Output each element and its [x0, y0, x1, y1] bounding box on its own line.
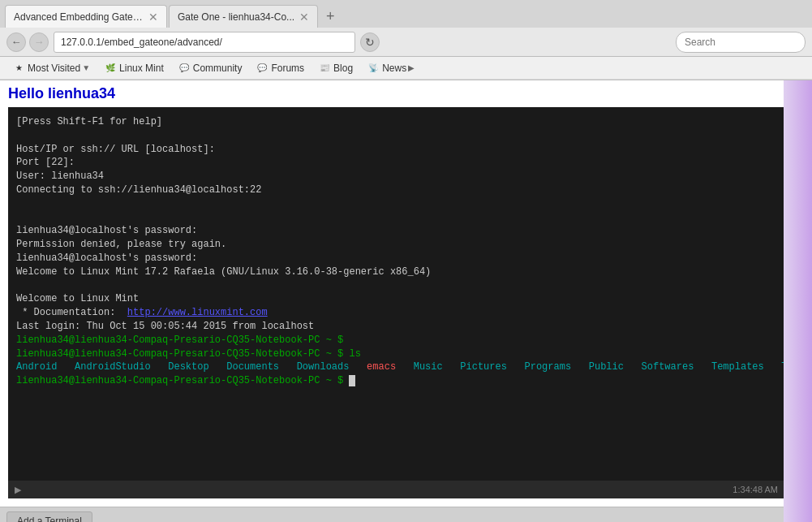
purple-sidebar — [784, 80, 812, 522]
terminal-prompt-1: lienhua34@lienhua34-Compaq-Presario-CQ35… — [16, 334, 776, 347]
terminal-line: Welcome to Linux Mint — [16, 292, 776, 306]
bookmark-forums[interactable]: 💬 Forums — [250, 61, 311, 75]
terminal-line: Port [22]: — [16, 156, 776, 170]
terminal-ls-line: Android AndroidStudio Desktop Documents … — [16, 360, 776, 374]
forward-button[interactable]: → — [29, 32, 49, 52]
terminal-line: Permission denied, please try again. — [16, 238, 776, 252]
tab-title-1: Advanced Embedding Gate O... — [14, 11, 144, 23]
terminal-line: Host/IP or ssh:// URL [localhost]: — [16, 143, 776, 157]
most-visited-icon: ★ — [13, 63, 24, 74]
terminal-line: Welcome to Linux Mint 17.2 Rafaela (GNU/… — [16, 265, 776, 279]
bookmark-forums-label: Forums — [271, 63, 304, 74]
tab-bar: Advanced Embedding Gate O... ✕ Gate One … — [0, 0, 812, 28]
terminal-prompt-3: lienhua34@lienhua34-Compaq-Presario-CQ35… — [16, 374, 776, 388]
terminal-line: * Documentation: http://www.linuxmint.co… — [16, 306, 776, 320]
bookmark-linux-mint-label: Linux Mint — [119, 63, 164, 74]
terminal-line: [Press Shift-F1 for help] — [16, 115, 776, 129]
add-terminal-button[interactable]: Add a Terminal — [6, 511, 92, 522]
bookmark-news[interactable]: 📡 News ▶ — [361, 61, 421, 75]
linux-mint-icon: 🌿 — [105, 63, 116, 74]
hello-heading: Hello lienhua34 — [0, 80, 812, 107]
bookmark-community[interactable]: 💬 Community — [172, 61, 249, 75]
terminal-line: lienhua34@localhost's password: — [16, 224, 776, 238]
bookmarks-bar: ★ Most Visited ▼ 🌿 Linux Mint 💬 Communit… — [0, 57, 812, 80]
terminal-line: lienhua34@localhost's password: — [16, 252, 776, 265]
terminal-time: 1:34:48 AM — [733, 485, 778, 494]
most-visited-arrow: ▼ — [82, 63, 90, 72]
forums-icon: 💬 — [256, 63, 268, 74]
terminal-line: Connecting to ssh://lienhua34@localhost:… — [16, 183, 776, 197]
terminal-line — [16, 279, 776, 293]
play-icon: ▶ — [15, 485, 21, 495]
back-button[interactable]: ← — [6, 32, 26, 52]
search-input[interactable] — [676, 32, 806, 53]
terminal-line — [16, 197, 776, 211]
nav-buttons: ← → — [6, 32, 49, 52]
community-icon: 💬 — [178, 63, 190, 74]
bookmark-most-visited-label: Most Visited — [28, 63, 80, 74]
bookmark-blog-label: Blog — [333, 63, 353, 74]
news-arrow: ▶ — [408, 63, 415, 72]
add-terminal-bar: Add a Terminal — [0, 507, 812, 522]
bookmark-blog[interactable]: 📰 Blog — [312, 61, 359, 75]
terminal-status-bar: ▶ 1:34:48 AM — [8, 481, 784, 498]
bookmark-news-label: News — [382, 63, 406, 74]
terminal-line: User: lienhua34 — [16, 170, 776, 183]
bookmark-linux-mint[interactable]: 🌿 Linux Mint — [98, 61, 170, 75]
terminal-cursor — [349, 375, 355, 386]
news-icon: 📡 — [367, 63, 379, 74]
blog-icon: 📰 — [319, 63, 330, 74]
url-bar[interactable] — [54, 32, 355, 53]
tab-close-2[interactable]: ✕ — [299, 11, 309, 24]
terminal-line — [16, 211, 776, 225]
bookmark-most-visited[interactable]: ★ Most Visited ▼ — [6, 61, 97, 75]
terminal-line: Last login: Thu Oct 15 00:05:44 2015 fro… — [16, 320, 776, 334]
address-bar: ← → ↻ — [0, 28, 812, 57]
reload-button[interactable]: ↻ — [360, 32, 380, 52]
bookmark-community-label: Community — [193, 63, 243, 74]
tab-gate-one[interactable]: Gate One - lienhua34-Co... ✕ — [169, 5, 318, 28]
linuxmint-link[interactable]: http://www.linuxmint.com — [127, 307, 268, 318]
tab-advanced-embedding[interactable]: Advanced Embedding Gate O... ✕ — [5, 5, 167, 28]
terminal-prompt-2: lienhua34@lienhua34-Compaq-Presario-CQ35… — [16, 347, 776, 361]
terminal[interactable]: [Press Shift-F1 for help] Host/IP or ssh… — [8, 107, 784, 481]
page-content: Hello lienhua34 [Press Shift-F1 for help… — [0, 80, 812, 522]
new-tab-button[interactable]: + — [320, 8, 342, 25]
tab-title-2: Gate One - lienhua34-Co... — [178, 11, 294, 23]
terminal-line — [16, 129, 776, 143]
tab-close-1[interactable]: ✕ — [148, 11, 158, 24]
terminal-wrapper: [Press Shift-F1 for help] Host/IP or ssh… — [0, 107, 812, 507]
